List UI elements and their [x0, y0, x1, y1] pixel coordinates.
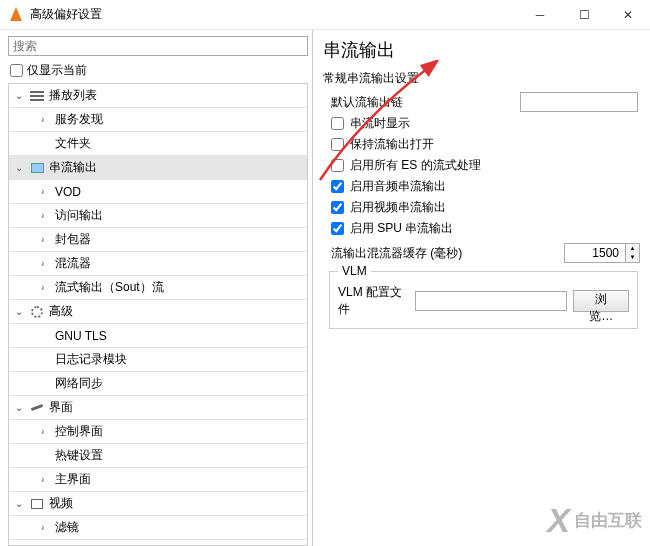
window-title: 高级偏好设置: [30, 6, 518, 23]
gear-icon: [29, 304, 45, 320]
tree-logging[interactable]: 日志记录模块: [9, 348, 307, 372]
tree-vod[interactable]: ›VOD: [9, 180, 307, 204]
vlm-legend: VLM: [338, 264, 371, 278]
tree-advanced[interactable]: ⌄高级: [9, 300, 307, 324]
browse-button[interactable]: 浏览…: [573, 290, 629, 312]
tree-control-interface[interactable]: ›控制界面: [9, 420, 307, 444]
spin-down-icon[interactable]: ▼: [626, 253, 639, 262]
show-only-current[interactable]: 仅显示当前: [10, 62, 308, 79]
tree-main-interface[interactable]: ›主界面: [9, 468, 307, 492]
monitor-icon: [29, 160, 45, 176]
keep-open[interactable]: 保持流输出打开: [331, 135, 640, 153]
settings-tree[interactable]: ⌄播放列表 ›服务发现 文件夹 ⌄串流输出 ›VOD ›访问输出 ›封包器 ›混…: [8, 83, 308, 546]
spin-up-icon[interactable]: ▲: [626, 244, 639, 253]
tree-sout-stream[interactable]: ›流式输出（Sout）流: [9, 276, 307, 300]
default-mrl-label: 默认流输出链: [331, 94, 403, 111]
tree-splitter[interactable]: ›切割器: [9, 540, 307, 546]
minimize-button[interactable]: ─: [518, 0, 562, 30]
tree-folder[interactable]: 文件夹: [9, 132, 307, 156]
watermark-x-icon: X: [547, 501, 570, 540]
panel-heading: 串流输出: [323, 38, 640, 62]
titlebar: 高级偏好设置 ─ ☐ ✕: [0, 0, 650, 30]
tree-gnutls[interactable]: GNU TLS: [9, 324, 307, 348]
display-while-stream[interactable]: 串流时显示: [331, 114, 640, 132]
tree-service-discovery[interactable]: ›服务发现: [9, 108, 307, 132]
enable-audio[interactable]: 启用音频串流输出: [331, 177, 640, 195]
watermark: X 自由互联: [547, 501, 642, 540]
tree-muxer[interactable]: ›混流器: [9, 252, 307, 276]
search-input[interactable]: [8, 36, 308, 56]
left-pane: 仅显示当前 ⌄播放列表 ›服务发现 文件夹 ⌄串流输出 ›VOD ›访问输出 ›…: [0, 30, 313, 546]
enable-spu[interactable]: 启用 SPU 串流输出: [331, 219, 640, 237]
show-only-current-label: 仅显示当前: [27, 62, 87, 79]
enable-all-es[interactable]: 启用所有 ES 的流式处理: [331, 156, 640, 174]
brush-icon: [29, 400, 45, 416]
tree-netsync[interactable]: 网络同步: [9, 372, 307, 396]
tree-playlist[interactable]: ⌄播放列表: [9, 84, 307, 108]
tree-stream-output[interactable]: ⌄串流输出: [9, 156, 307, 180]
mux-cache-label: 流输出混流器缓存 (毫秒): [331, 245, 564, 262]
tree-packetizer[interactable]: ›封包器: [9, 228, 307, 252]
video-icon: [29, 496, 45, 512]
mux-cache-input[interactable]: [565, 244, 625, 262]
tree-interface[interactable]: ⌄界面: [9, 396, 307, 420]
tree-hotkeys[interactable]: 热键设置: [9, 444, 307, 468]
tree-filters[interactable]: ›滤镜: [9, 516, 307, 540]
mux-cache-spinner[interactable]: ▲▼: [564, 243, 640, 263]
tree-access-output[interactable]: ›访问输出: [9, 204, 307, 228]
vlm-fieldset: VLM VLM 配置文件 浏览…: [329, 271, 638, 329]
panel-subheading: 常规串流输出设置: [323, 70, 640, 87]
default-mrl-input[interactable]: [520, 92, 638, 112]
show-only-current-checkbox[interactable]: [10, 64, 23, 77]
tree-video[interactable]: ⌄视频: [9, 492, 307, 516]
vlm-conf-input[interactable]: [415, 291, 567, 311]
close-button[interactable]: ✕: [606, 0, 650, 30]
app-icon: [8, 7, 24, 23]
enable-video[interactable]: 启用视频串流输出: [331, 198, 640, 216]
playlist-icon: [29, 88, 45, 104]
settings-panel: 串流输出 常规串流输出设置 默认流输出链 串流时显示 保持流输出打开 启用所有 …: [313, 30, 650, 546]
vlm-conf-label: VLM 配置文件: [338, 284, 409, 318]
maximize-button[interactable]: ☐: [562, 0, 606, 30]
